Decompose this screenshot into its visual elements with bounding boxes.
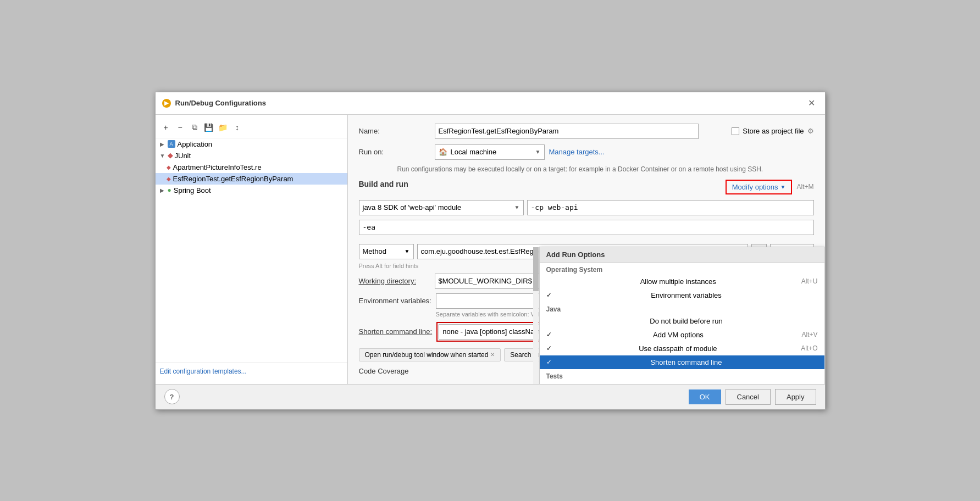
run-on-dropdown[interactable]: 🏠 Local machine ▼ bbox=[435, 144, 545, 160]
apply-button[interactable]: Apply bbox=[775, 389, 816, 405]
popup-item-repeat[interactable]: Repeat Once › bbox=[540, 381, 824, 384]
home-icon: 🏠 bbox=[439, 148, 447, 156]
arrow-icon-spring: ▶ bbox=[160, 187, 165, 193]
run-on-label: Run on: bbox=[359, 148, 430, 156]
sdk-dropdown-arrow: ▼ bbox=[514, 204, 520, 210]
modify-options-button[interactable]: Modify options ▼ bbox=[726, 180, 793, 194]
sort-config-button[interactable]: ↕ bbox=[231, 121, 243, 133]
open-run-label: Open run/debug tool window when started bbox=[365, 351, 489, 359]
arrow-icon-junit: ▼ bbox=[160, 153, 165, 159]
copy-config-button[interactable]: ⧉ bbox=[189, 121, 201, 133]
modify-options-shortcut: Alt+M bbox=[796, 183, 813, 191]
chevron-icon: ▼ bbox=[780, 184, 786, 190]
add-config-button[interactable]: + bbox=[160, 121, 172, 133]
sdk-dropdown[interactable]: java 8 SDK of 'web-api' module ▼ bbox=[359, 200, 524, 215]
shortcut-add-vm: Alt+V bbox=[801, 331, 817, 338]
tree-item-esf[interactable]: ◆ EsfRegionTest.getEsfRegionByParam bbox=[156, 173, 347, 185]
scrollbar[interactable] bbox=[533, 247, 539, 384]
dialog-icon: ▶ bbox=[162, 99, 171, 108]
item-label-add-vm: Add VM options bbox=[653, 331, 704, 339]
build-run-header: Build and run Modify options ▼ Alt+M bbox=[359, 180, 814, 194]
dialog-footer: ? OK Cancel Apply bbox=[156, 384, 825, 409]
modify-options-label: Modify options bbox=[732, 183, 778, 191]
sidebar: + − ⧉ 💾 📁 ↕ ▶ A Application ▼ ◆ JUnit ◆ … bbox=[156, 115, 348, 384]
tree-item-application[interactable]: ▶ A Application bbox=[156, 138, 347, 150]
check-icon-add-vm: ✓ bbox=[546, 331, 555, 338]
shortcut-label: Alt+U bbox=[801, 277, 818, 285]
arrow-icon: ▶ bbox=[160, 141, 165, 147]
tree-item-apt[interactable]: ◆ ApartmentPictureInfoTest.re bbox=[156, 162, 347, 173]
help-button[interactable]: ? bbox=[164, 389, 180, 404]
cancel-button[interactable]: Cancel bbox=[726, 389, 771, 405]
popup-item-no-build[interactable]: Do not build before run bbox=[540, 314, 824, 328]
tests-section-header: Tests bbox=[540, 369, 824, 381]
esf-label: EsfRegionTest.getEsfRegionByParam bbox=[173, 175, 294, 183]
method-arrow: ▼ bbox=[405, 248, 410, 254]
shorten-label: Shorten command line: bbox=[359, 327, 433, 336]
os-section-header: Operating System bbox=[540, 263, 824, 275]
titlebar: ▶ Run/Debug Configurations ✕ bbox=[156, 92, 825, 115]
item-label-no-build: Do not build before run bbox=[650, 317, 722, 325]
sidebar-bottom: Edit configuration templates... bbox=[156, 362, 347, 380]
edit-templates-link[interactable]: Edit configuration templates... bbox=[160, 368, 247, 375]
popup-item-shorten[interactable]: ✓ Shorten command line bbox=[540, 355, 824, 369]
sidebar-toolbar: + − ⧉ 💾 📁 ↕ bbox=[156, 119, 347, 138]
tree-item-spring[interactable]: ▶ ● Spring Boot bbox=[156, 185, 347, 196]
run-on-row: Run on: 🏠 Local machine ▼ Manage targets… bbox=[359, 144, 814, 160]
check-icon-env: ✓ bbox=[546, 291, 555, 299]
scrollbar-thumb[interactable] bbox=[533, 247, 539, 291]
main-content: + − ⧉ 💾 📁 ↕ ▶ A Application ▼ ◆ JUnit ◆ … bbox=[156, 115, 825, 384]
check-icon-shorten: ✓ bbox=[546, 358, 555, 366]
check-icon-classpath: ✓ bbox=[546, 344, 555, 352]
popup-item-add-vm[interactable]: ✓ Add VM options Alt+V bbox=[540, 328, 824, 342]
code-coverage-label: Code Coverage bbox=[359, 367, 409, 375]
folder-config-button[interactable]: 📁 bbox=[217, 121, 229, 133]
popup-item-allow-multiple[interactable]: Allow multiple instances Alt+U bbox=[540, 275, 824, 288]
open-run-button[interactable]: Open run/debug tool window when started … bbox=[359, 348, 501, 361]
build-run-title: Build and run bbox=[359, 180, 408, 188]
dropdown-popup: Add Run Options Operating System Allow m… bbox=[539, 247, 825, 384]
junit-icon: ◆ bbox=[168, 152, 173, 159]
application-icon: A bbox=[168, 140, 175, 148]
file-icon-esf: ◆ bbox=[167, 176, 171, 182]
spring-label: Spring Boot bbox=[174, 186, 211, 194]
name-label: Name: bbox=[359, 127, 430, 135]
env-label: Environment variables: bbox=[359, 297, 431, 305]
store-checkbox-area: Store as project file ⚙ bbox=[732, 127, 813, 135]
dialog-title: Run/Debug Configurations bbox=[175, 99, 266, 107]
run-on-value: Local machine bbox=[451, 148, 497, 156]
item-label-env: Environment variables bbox=[651, 291, 722, 299]
cp-value: -cp web-api bbox=[531, 203, 578, 211]
file-icon-apt: ◆ bbox=[167, 164, 171, 170]
ok-button[interactable]: OK bbox=[689, 389, 721, 404]
remove-config-button[interactable]: − bbox=[174, 121, 186, 133]
apt-label: ApartmentPictureInfoTest.re bbox=[173, 163, 262, 171]
name-input[interactable] bbox=[435, 124, 699, 139]
manage-targets-link[interactable]: Manage targets... bbox=[549, 148, 605, 156]
cp-field[interactable]: -cp web-api bbox=[527, 200, 814, 215]
sdk-row: java 8 SDK of 'web-api' module ▼ -cp web… bbox=[359, 200, 814, 215]
save-config-button[interactable]: 💾 bbox=[203, 121, 215, 133]
gear-icon[interactable]: ⚙ bbox=[807, 127, 814, 135]
application-label: Application bbox=[178, 140, 213, 148]
popup-header: Add Run Options bbox=[540, 247, 824, 263]
close-button[interactable]: ✕ bbox=[805, 97, 818, 110]
open-run-close-icon[interactable]: ✕ bbox=[490, 352, 495, 358]
popup-item-env-vars[interactable]: ✓ Environment variables bbox=[540, 288, 824, 302]
vm-options-row bbox=[359, 220, 814, 240]
vm-options-input[interactable] bbox=[359, 220, 814, 235]
tree-item-junit[interactable]: ▼ ◆ JUnit bbox=[156, 150, 347, 162]
store-label: Store as project file bbox=[743, 127, 804, 135]
store-checkbox[interactable] bbox=[732, 127, 739, 135]
item-label-shorten: Shorten command line bbox=[650, 358, 722, 366]
name-row: Name: Store as project file ⚙ bbox=[359, 124, 814, 139]
working-dir-label: Working directory: bbox=[359, 277, 430, 285]
method-dropdown[interactable]: Method ▼ bbox=[359, 244, 414, 259]
item-label-classpath: Use classpath of module bbox=[639, 344, 717, 353]
popup-item-classpath[interactable]: ✓ Use classpath of module Alt+O bbox=[540, 342, 824, 355]
titlebar-left: ▶ Run/Debug Configurations bbox=[162, 99, 266, 108]
hint-text: Run configurations may be executed local… bbox=[397, 165, 814, 173]
junit-label: JUnit bbox=[175, 152, 191, 160]
chevron-down-icon: ▼ bbox=[535, 149, 541, 155]
run-debug-dialog: ▶ Run/Debug Configurations ✕ + − ⧉ 💾 📁 ↕… bbox=[155, 92, 826, 410]
